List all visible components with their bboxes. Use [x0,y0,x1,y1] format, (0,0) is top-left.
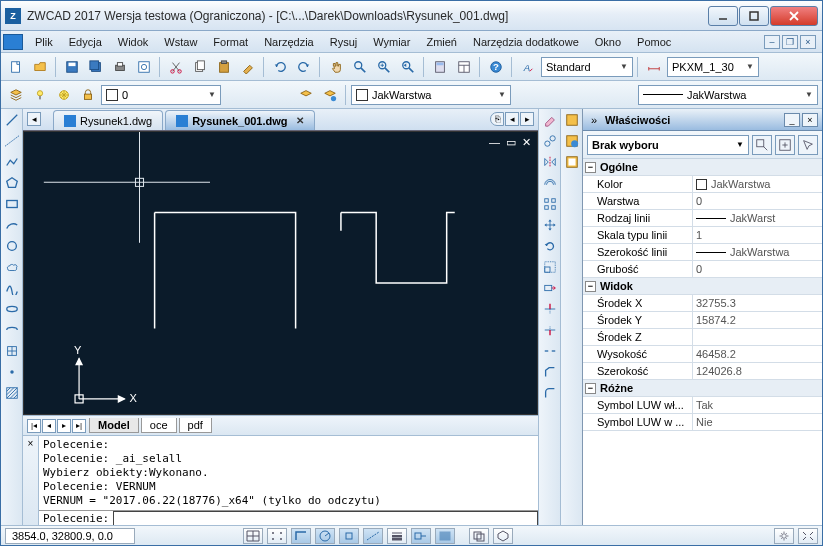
prop-row[interactable]: Szerokość124026.8 [583,363,822,380]
dynmode-icon[interactable] [411,528,431,544]
prop-row[interactable]: Wysokość46458.2 [583,346,822,363]
menu-rysuj[interactable]: Rysuj [322,34,366,50]
mdi-minimize-button[interactable]: – [764,35,780,49]
save-icon[interactable] [61,56,83,78]
polygon-icon[interactable] [3,174,21,192]
preview-icon[interactable] [133,56,155,78]
palette1-icon[interactable] [563,111,581,129]
prop-row[interactable]: Szerokość liniiJakWarstwa [583,244,822,261]
prop-row[interactable]: Środek X32755.3 [583,295,822,312]
arc-icon[interactable] [3,216,21,234]
lwt-icon[interactable] [387,528,407,544]
menu-narzędzia[interactable]: Narzędzia [256,34,322,50]
otrack-icon[interactable] [363,528,383,544]
collapse-icon[interactable]: − [585,281,596,292]
polyline-icon[interactable] [3,153,21,171]
move-icon[interactable] [541,216,559,234]
chamfer-icon[interactable] [541,363,559,381]
osnap-icon[interactable] [339,528,359,544]
menu-zmień[interactable]: Zmień [418,34,465,50]
layer-state-icon[interactable] [319,84,341,106]
revcloud-icon[interactable] [3,258,21,276]
tab-nav-left2-icon[interactable]: ◂ [505,112,519,126]
calc-icon[interactable] [429,56,451,78]
collapse-icon[interactable]: − [585,162,596,173]
layer-freeze-icon[interactable] [53,84,75,106]
offset-icon[interactable] [541,174,559,192]
hatch-icon[interactable] [3,384,21,402]
array-icon[interactable] [541,195,559,213]
menu-edycja[interactable]: Edycja [61,34,110,50]
trim-icon[interactable] [541,300,559,318]
layout-tab-oce[interactable]: oce [141,418,177,433]
scale-icon[interactable] [541,258,559,276]
menu-wymiar[interactable]: Wymiar [365,34,418,50]
color-combo[interactable]: JakWarstwa ▼ [351,85,511,105]
prop-section[interactable]: −Różne [583,380,822,397]
selection-combo[interactable]: Brak wyboru▼ [587,135,749,155]
cycling-icon[interactable] [469,528,489,544]
cut-icon[interactable] [165,56,187,78]
new-icon[interactable] [5,56,27,78]
tab-close-icon[interactable]: ✕ [296,115,304,126]
menu-widok[interactable]: Widok [110,34,157,50]
quickselect-icon[interactable] [752,135,772,155]
isoplane-icon[interactable] [493,528,513,544]
menu-narzędzia dodatkowe[interactable]: Narzędzia dodatkowe [465,34,587,50]
prop-row[interactable]: Rodzaj liniiJakWarst [583,210,822,227]
matchprop-icon[interactable] [237,56,259,78]
undo-icon[interactable] [269,56,291,78]
prop-row[interactable]: Skala typu linii1 [583,227,822,244]
properties-icon[interactable] [453,56,475,78]
snap-mode-icon[interactable] [267,528,287,544]
app-logo-icon[interactable] [3,34,23,50]
layer-combo[interactable]: 0 ▼ [101,85,221,105]
properties-close-icon[interactable]: × [802,113,818,127]
saveall-icon[interactable] [85,56,107,78]
help-icon[interactable]: ? [485,56,507,78]
prop-row[interactable]: Symbol LUW w ...Nie [583,414,822,431]
layout-nav[interactable]: ▸ [57,419,71,433]
ortho-icon[interactable] [291,528,311,544]
layout-nav[interactable]: ▸| [72,419,86,433]
textstyle-icon[interactable]: A [517,56,539,78]
collapse-icon[interactable]: − [585,383,596,394]
open-icon[interactable] [29,56,51,78]
tab-new-icon[interactable]: ⎘ [490,112,504,126]
palette2-icon[interactable] [563,132,581,150]
properties-minimize-icon[interactable]: _ [784,113,800,127]
settings-gear-icon[interactable] [774,528,794,544]
mdi-close-button[interactable]: × [800,35,816,49]
doc-tab[interactable]: Rysunek1.dwg [53,110,163,130]
dimstyle-combo[interactable]: PKXM_1_30▼ [667,57,759,77]
xline-icon[interactable] [3,132,21,150]
layout-tab-model[interactable]: Model [89,418,139,433]
polar-icon[interactable] [315,528,335,544]
layout-nav[interactable]: ◂ [42,419,56,433]
copy-icon[interactable] [189,56,211,78]
snap-grid-icon[interactable] [243,528,263,544]
ellipse-icon[interactable] [3,300,21,318]
point-icon[interactable] [3,363,21,381]
prop-section[interactable]: −Widok [583,278,822,295]
properties-pin-icon[interactable]: » [587,113,601,127]
minimize-button[interactable] [708,6,738,26]
command-close-icon[interactable]: × [23,436,39,527]
linetype-combo[interactable]: JakWarstwa ▼ [638,85,818,105]
layout-tab-pdf[interactable]: pdf [179,418,212,433]
erase-icon[interactable] [541,111,559,129]
layer-lock-icon[interactable] [77,84,99,106]
close-button[interactable] [770,6,818,26]
prop-row[interactable]: Środek Y15874.2 [583,312,822,329]
copy-obj-icon[interactable] [541,132,559,150]
zoom-prev-icon[interactable] [397,56,419,78]
zoom-realtime-icon[interactable] [349,56,371,78]
spline-icon[interactable] [3,279,21,297]
coordinates[interactable]: 3854.0, 32800.9, 0.0 [5,528,135,544]
dimstyle-icon[interactable] [643,56,665,78]
break-icon[interactable] [541,342,559,360]
layer-prev-icon[interactable] [295,84,317,106]
prop-section[interactable]: −Ogólne [583,159,822,176]
pan-icon[interactable] [325,56,347,78]
drawing-canvas[interactable]: — ▭ ✕ Y X [23,131,538,415]
